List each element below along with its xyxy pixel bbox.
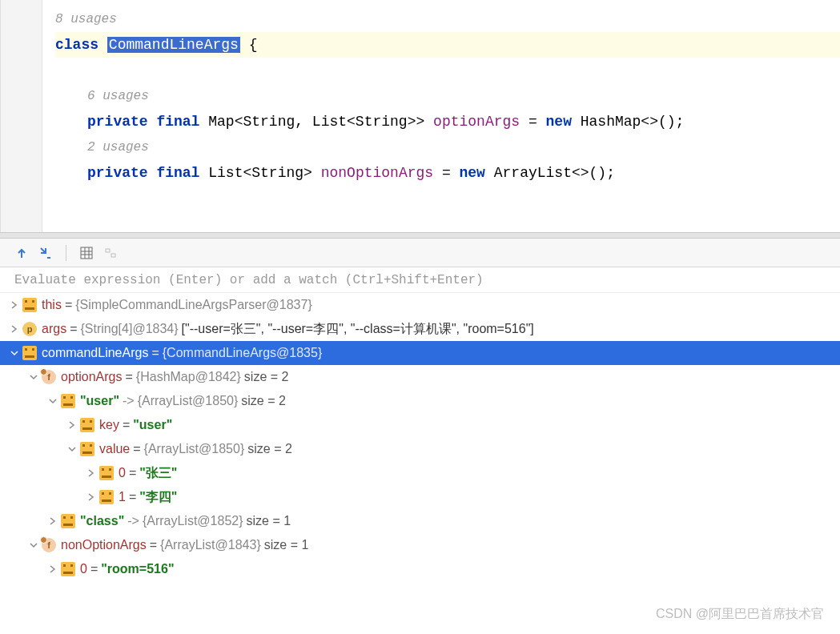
ctor: ArrayList<>(); <box>494 165 615 181</box>
var-array: ["--user=张三", "--user=李四", "--class=计算机课… <box>182 321 534 338</box>
chevron-right-icon[interactable] <box>85 491 98 504</box>
object-icon <box>22 346 37 360</box>
eq: = <box>433 165 459 181</box>
var-name: args <box>42 322 66 336</box>
chevron-down-icon[interactable] <box>27 371 40 383</box>
var-value[interactable]: value = {ArrayList@1850} size = 2 <box>0 437 840 461</box>
var-value: "李四" <box>139 489 177 506</box>
var-size: size = 2 <box>244 370 289 384</box>
chevron-right-icon[interactable] <box>85 467 98 480</box>
chevron-right-icon[interactable] <box>46 563 59 576</box>
var-nonoptionargs[interactable]: f nonOptionArgs = {ArrayList@1843} size … <box>0 533 840 557</box>
object-icon <box>80 442 94 456</box>
var-user-entry[interactable]: "user" -> {ArrayList@1850} size = 2 <box>0 389 840 413</box>
chevron-down-icon[interactable] <box>8 347 21 359</box>
evaluate-input[interactable]: Evaluate expression (Enter) or add a wat… <box>0 267 840 293</box>
var-value: "user" <box>133 418 172 432</box>
code-line[interactable]: private final Map<String, List<String>> … <box>55 109 840 134</box>
var-value: "张三" <box>139 465 177 482</box>
modifiers: private final <box>87 114 208 130</box>
var-size: size = 1 <box>247 514 291 528</box>
var-key: "user" <box>80 394 119 408</box>
var-class-entry[interactable]: "class" -> {ArrayList@1852} size = 1 <box>0 509 840 533</box>
svg-rect-2 <box>111 254 115 257</box>
object-icon <box>22 298 37 312</box>
var-key: "class" <box>80 514 124 528</box>
panel-separator[interactable] <box>0 232 840 239</box>
blank-line <box>55 186 840 211</box>
field-name: optionArgs <box>433 114 520 130</box>
var-name: 1 <box>119 490 126 504</box>
debug-toolbar <box>0 239 840 267</box>
field-name: nonOptionArgs <box>321 165 433 181</box>
blank-line <box>55 58 840 83</box>
table-view-icon[interactable] <box>79 246 94 260</box>
var-key[interactable]: key = "user" <box>0 413 840 437</box>
var-name: commandLineArgs <box>42 346 148 360</box>
object-icon <box>61 394 75 408</box>
var-name: optionArgs <box>61 370 123 384</box>
var-size: size = 2 <box>247 442 292 456</box>
chevron-down-icon[interactable] <box>27 539 40 552</box>
var-name: 0 <box>119 466 126 480</box>
svg-rect-1 <box>106 249 110 252</box>
var-value: {CommandLineArgs@1835} <box>163 346 322 360</box>
arrow-icon: -> <box>127 514 139 528</box>
eq: = <box>520 114 545 130</box>
step-out-icon[interactable] <box>14 246 29 260</box>
var-index-1[interactable]: 1 = "李四" <box>0 485 840 509</box>
var-name: this <box>42 298 62 312</box>
var-this[interactable]: this = {SimpleCommandLineArgsParser@1837… <box>0 293 840 317</box>
object-icon <box>80 418 94 432</box>
var-name: nonOptionArgs <box>61 538 147 552</box>
var-size: size = 2 <box>241 394 286 408</box>
var-optionargs[interactable]: f optionArgs = {HashMap@1842} size = 2 <box>0 365 840 389</box>
usages-hint: 6 usages <box>55 83 840 109</box>
var-value: {ArrayList@1843} <box>160 538 261 552</box>
keyword-new: new <box>546 114 581 130</box>
var-size: size = 1 <box>264 538 309 552</box>
var-args[interactable]: p args = {String[4]@1834} ["--user=张三", … <box>0 317 840 341</box>
chevron-down-icon[interactable] <box>66 443 78 455</box>
var-value: {ArrayList@1850} <box>138 394 239 408</box>
brace: { <box>249 37 258 53</box>
keyword-class: class <box>55 37 98 53</box>
field-icon: f <box>42 538 56 552</box>
var-name: key <box>99 418 119 432</box>
var-name: value <box>99 442 130 456</box>
var-value: {SimpleCommandLineArgsParser@1837} <box>75 298 312 312</box>
object-icon <box>99 490 114 504</box>
step-into-icon[interactable] <box>38 246 53 260</box>
var-value: {ArrayList@1850} <box>144 442 245 456</box>
var-value: {ArrayList@1852} <box>143 514 243 528</box>
code-line[interactable]: class CommandLineArgs { <box>55 32 840 58</box>
usages-hint: 2 usages <box>55 134 840 160</box>
var-value: "room=516" <box>101 562 174 576</box>
svg-rect-0 <box>81 247 92 259</box>
var-commandlineargs[interactable]: commandLineArgs = {CommandLineArgs@1835} <box>0 341 840 365</box>
object-icon <box>99 466 114 480</box>
chevron-right-icon[interactable] <box>46 515 59 528</box>
class-name-selected[interactable]: CommandLineArgs <box>107 37 240 53</box>
var-nonopt-index-0[interactable]: 0 = "room=516" <box>0 557 840 581</box>
keyword-new: new <box>460 165 494 181</box>
param-icon: p <box>22 322 37 336</box>
separator <box>66 245 66 261</box>
code-line[interactable]: private final List<String> nonOptionArgs… <box>55 160 840 186</box>
chevron-down-icon[interactable] <box>46 395 59 407</box>
var-value: {HashMap@1842} <box>136 370 241 384</box>
gutter <box>1 0 42 232</box>
var-name: 0 <box>80 562 87 576</box>
usages-hint: 8 usages <box>55 6 840 32</box>
chevron-right-icon[interactable] <box>66 419 78 431</box>
chevron-right-icon[interactable] <box>8 299 21 311</box>
ctor: HashMap<>(); <box>581 114 685 130</box>
settings-icon[interactable] <box>103 246 118 260</box>
variables-panel[interactable]: this = {SimpleCommandLineArgsParser@1837… <box>0 293 840 581</box>
chevron-right-icon[interactable] <box>8 323 21 335</box>
var-value: {String[4]@1834} <box>80 322 178 336</box>
field-icon: f <box>42 370 56 384</box>
var-index-0[interactable]: 0 = "张三" <box>0 461 840 485</box>
code-editor[interactable]: 8 usages class CommandLineArgs { 6 usage… <box>0 0 840 232</box>
modifiers: private final <box>87 165 208 181</box>
